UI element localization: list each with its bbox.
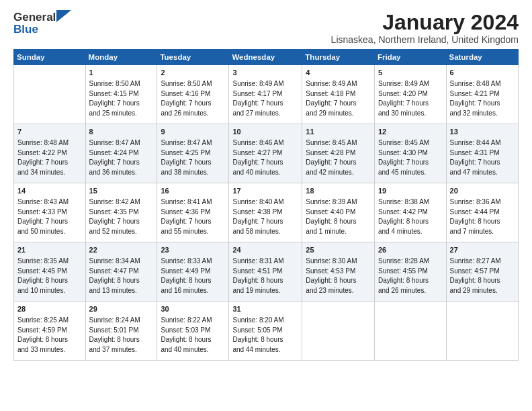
cell-content: Sunrise: 8:24 AMSunset: 5:01 PMDaylight:… (89, 316, 154, 355)
table-row: 7Sunrise: 8:48 AMSunset: 4:22 PMDaylight… (14, 124, 86, 183)
cell-content: Sunrise: 8:48 AMSunset: 4:22 PMDaylight:… (17, 138, 82, 177)
cell-content: Sunrise: 8:47 AMSunset: 4:25 PMDaylight:… (161, 138, 225, 177)
header-thursday: Thursday (302, 50, 375, 65)
table-row: 26Sunrise: 8:28 AMSunset: 4:55 PMDayligh… (375, 242, 447, 302)
header-tuesday: Tuesday (157, 50, 229, 65)
table-row (375, 302, 447, 361)
table-row: 10Sunrise: 8:46 AMSunset: 4:27 PMDayligh… (229, 124, 302, 183)
day-number: 9 (161, 127, 225, 138)
table-row: 11Sunrise: 8:45 AMSunset: 4:28 PMDayligh… (302, 124, 375, 183)
cell-content: Sunrise: 8:50 AMSunset: 4:15 PMDaylight:… (89, 79, 154, 118)
day-number: 21 (17, 245, 82, 256)
table-row: 24Sunrise: 8:31 AMSunset: 4:51 PMDayligh… (229, 242, 302, 302)
header-monday: Monday (85, 50, 157, 65)
table-row: 30Sunrise: 8:22 AMSunset: 5:03 PMDayligh… (157, 302, 229, 361)
day-number: 15 (89, 186, 154, 197)
location-title: Lisnaskea, Northern Ireland, United King… (331, 34, 519, 45)
header-wednesday: Wednesday (229, 50, 302, 65)
day-number: 28 (17, 304, 82, 315)
logo-blue: Blue (13, 23, 38, 36)
cell-content: Sunrise: 8:40 AMSunset: 4:38 PMDaylight:… (232, 197, 298, 236)
day-number: 27 (450, 245, 515, 256)
calendar-table: Sunday Monday Tuesday Wednesday Thursday… (13, 49, 519, 361)
table-row: 14Sunrise: 8:43 AMSunset: 4:33 PMDayligh… (14, 183, 86, 242)
header-sunday: Sunday (14, 50, 86, 65)
table-row (446, 302, 518, 361)
logo-general: General (13, 11, 56, 24)
calendar-week-row: 21Sunrise: 8:35 AMSunset: 4:45 PMDayligh… (14, 242, 519, 302)
table-row: 31Sunrise: 8:20 AMSunset: 5:05 PMDayligh… (229, 302, 302, 361)
table-row: 19Sunrise: 8:38 AMSunset: 4:42 PMDayligh… (375, 183, 447, 242)
calendar-header-row: Sunday Monday Tuesday Wednesday Thursday… (14, 50, 519, 65)
table-row: 4Sunrise: 8:49 AMSunset: 4:18 PMDaylight… (302, 65, 375, 124)
table-row: 8Sunrise: 8:47 AMSunset: 4:24 PMDaylight… (85, 124, 157, 183)
table-row: 3Sunrise: 8:49 AMSunset: 4:17 PMDaylight… (229, 65, 302, 124)
day-number: 5 (378, 68, 443, 79)
day-number: 2 (161, 68, 225, 79)
cell-content: Sunrise: 8:30 AMSunset: 4:53 PMDaylight:… (306, 257, 371, 295)
table-row: 25Sunrise: 8:30 AMSunset: 4:53 PMDayligh… (302, 242, 375, 302)
cell-content: Sunrise: 8:34 AMSunset: 4:47 PMDaylight:… (89, 257, 154, 295)
calendar-week-row: 1Sunrise: 8:50 AMSunset: 4:15 PMDaylight… (14, 65, 519, 124)
table-row: 9Sunrise: 8:47 AMSunset: 4:25 PMDaylight… (157, 124, 229, 183)
day-number: 13 (450, 127, 515, 138)
cell-content: Sunrise: 8:39 AMSunset: 4:40 PMDaylight:… (306, 197, 371, 236)
cell-content: Sunrise: 8:22 AMSunset: 5:03 PMDaylight:… (161, 316, 225, 355)
cell-content: Sunrise: 8:41 AMSunset: 4:36 PMDaylight:… (161, 197, 225, 236)
logo-flag-icon (56, 10, 71, 22)
day-number: 24 (232, 245, 298, 256)
calendar-week-row: 28Sunrise: 8:25 AMSunset: 4:59 PMDayligh… (14, 302, 519, 361)
cell-content: Sunrise: 8:20 AMSunset: 5:05 PMDaylight:… (232, 316, 298, 355)
table-row: 23Sunrise: 8:33 AMSunset: 4:49 PMDayligh… (157, 242, 229, 302)
day-number: 7 (17, 127, 82, 138)
cell-content: Sunrise: 8:49 AMSunset: 4:20 PMDaylight:… (378, 79, 443, 118)
table-row: 22Sunrise: 8:34 AMSunset: 4:47 PMDayligh… (85, 242, 157, 302)
calendar-title-block: January 2024 Lisnaskea, Northern Ireland… (331, 11, 519, 45)
cell-content: Sunrise: 8:28 AMSunset: 4:55 PMDaylight:… (378, 257, 443, 295)
cell-content: Sunrise: 8:45 AMSunset: 4:30 PMDaylight:… (378, 138, 443, 177)
table-row: 6Sunrise: 8:48 AMSunset: 4:21 PMDaylight… (446, 65, 518, 124)
table-row: 13Sunrise: 8:44 AMSunset: 4:31 PMDayligh… (446, 124, 518, 183)
table-row: 12Sunrise: 8:45 AMSunset: 4:30 PMDayligh… (375, 124, 447, 183)
cell-content: Sunrise: 8:43 AMSunset: 4:33 PMDaylight:… (17, 197, 82, 236)
header-saturday: Saturday (446, 50, 518, 65)
day-number: 25 (306, 245, 371, 256)
cell-content: Sunrise: 8:31 AMSunset: 4:51 PMDaylight:… (232, 257, 298, 295)
svg-marker-0 (56, 10, 71, 22)
cell-content: Sunrise: 8:50 AMSunset: 4:16 PMDaylight:… (161, 79, 225, 118)
month-title: January 2024 (331, 11, 519, 34)
day-number: 16 (161, 186, 225, 197)
table-row: 1Sunrise: 8:50 AMSunset: 4:15 PMDaylight… (85, 65, 157, 124)
day-number: 8 (89, 127, 154, 138)
day-number: 6 (450, 68, 515, 79)
day-number: 12 (378, 127, 443, 138)
cell-content: Sunrise: 8:48 AMSunset: 4:21 PMDaylight:… (450, 79, 515, 118)
day-number: 4 (306, 68, 371, 79)
day-number: 17 (232, 186, 298, 197)
table-row: 20Sunrise: 8:36 AMSunset: 4:44 PMDayligh… (446, 183, 518, 242)
day-number: 29 (89, 304, 154, 315)
table-row: 28Sunrise: 8:25 AMSunset: 4:59 PMDayligh… (14, 302, 86, 361)
cell-content: Sunrise: 8:33 AMSunset: 4:49 PMDaylight:… (161, 257, 225, 295)
cell-content: Sunrise: 8:42 AMSunset: 4:35 PMDaylight:… (89, 197, 154, 236)
cell-content: Sunrise: 8:38 AMSunset: 4:42 PMDaylight:… (378, 197, 443, 236)
day-number: 10 (232, 127, 298, 138)
day-number: 1 (89, 68, 154, 79)
day-number: 23 (161, 245, 225, 256)
cell-content: Sunrise: 8:44 AMSunset: 4:31 PMDaylight:… (450, 138, 515, 177)
table-row: 16Sunrise: 8:41 AMSunset: 4:36 PMDayligh… (157, 183, 229, 242)
table-row: 2Sunrise: 8:50 AMSunset: 4:16 PMDaylight… (157, 65, 229, 124)
table-row: 18Sunrise: 8:39 AMSunset: 4:40 PMDayligh… (302, 183, 375, 242)
table-row: 5Sunrise: 8:49 AMSunset: 4:20 PMDaylight… (375, 65, 447, 124)
day-number: 11 (306, 127, 371, 138)
day-number: 31 (232, 304, 298, 315)
day-number: 26 (378, 245, 443, 256)
cell-content: Sunrise: 8:49 AMSunset: 4:18 PMDaylight:… (306, 79, 371, 118)
day-number: 30 (161, 304, 225, 315)
cell-content: Sunrise: 8:27 AMSunset: 4:57 PMDaylight:… (450, 257, 515, 295)
header-friday: Friday (375, 50, 447, 65)
cell-content: Sunrise: 8:36 AMSunset: 4:44 PMDaylight:… (450, 197, 515, 236)
day-number: 3 (232, 68, 298, 79)
day-number: 14 (17, 186, 82, 197)
table-row: 15Sunrise: 8:42 AMSunset: 4:35 PMDayligh… (85, 183, 157, 242)
